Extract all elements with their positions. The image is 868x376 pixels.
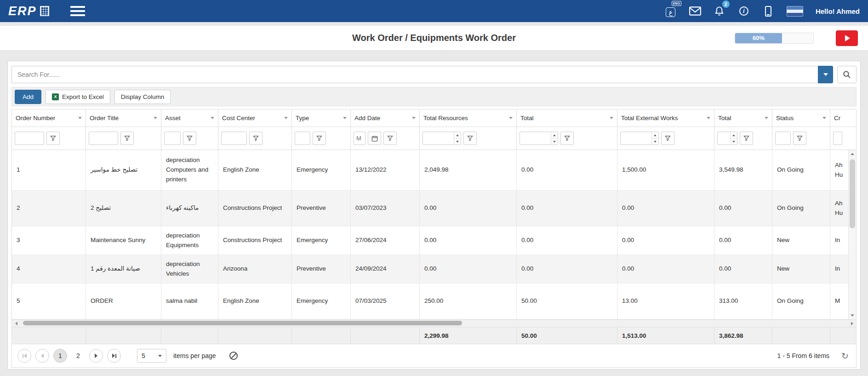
search-options-dropdown[interactable] (818, 66, 833, 83)
next-page-button[interactable] (89, 349, 103, 363)
messages-icon[interactable] (689, 4, 701, 18)
filter-button[interactable] (313, 132, 326, 145)
play-button[interactable] (836, 30, 858, 46)
app-logo[interactable]: ERP (8, 4, 49, 18)
add-button[interactable]: Add (15, 90, 41, 104)
col-header-created[interactable]: Cr (830, 110, 856, 127)
filter-total-external-works-input[interactable] (621, 132, 651, 145)
spin-down-icon[interactable] (731, 139, 737, 145)
col-header-cost-center[interactable]: Cost Center (218, 110, 292, 127)
user-greeting[interactable]: Hello! Ahmed (816, 7, 860, 15)
column-menu-icon[interactable] (707, 117, 710, 119)
export-excel-button[interactable]: X Export to Excel (46, 90, 110, 104)
display-column-button[interactable]: Display Column (114, 90, 171, 104)
filter-total-2-input[interactable] (718, 132, 730, 145)
summary-total-2: 3,862.98 (714, 327, 772, 344)
column-menu-icon[interactable] (822, 117, 826, 119)
search-input[interactable] (11, 66, 818, 83)
refresh-icon[interactable]: ↻ (841, 351, 849, 361)
language-switcher-icon[interactable]: ENG ع (665, 4, 677, 18)
column-menu-icon[interactable] (610, 117, 613, 119)
col-header-type[interactable]: Type (292, 110, 351, 127)
filter-status-input[interactable] (775, 132, 791, 145)
column-menu-icon[interactable] (412, 117, 416, 119)
spin-up-icon[interactable] (551, 132, 558, 139)
search-button[interactable] (837, 66, 857, 83)
page-size-select[interactable]: 5 (137, 349, 166, 363)
col-header-add-date[interactable]: Add Date (351, 110, 420, 127)
scroll-down-icon[interactable] (849, 312, 856, 319)
scroll-left-icon[interactable] (12, 320, 20, 327)
filter-total-resources-input[interactable] (423, 132, 454, 145)
filter-total-input[interactable] (520, 132, 551, 145)
column-menu-icon[interactable] (284, 117, 288, 119)
col-header-total-2[interactable]: Total (714, 110, 772, 127)
filter-order-number-input[interactable] (15, 132, 44, 145)
col-header-total-external-works[interactable]: Total External Works (617, 110, 714, 127)
col-header-status[interactable]: Status (772, 110, 830, 127)
col-header-total-resources[interactable]: Total Resources (420, 110, 517, 127)
column-menu-icon[interactable] (509, 117, 513, 119)
column-menu-icon[interactable] (343, 117, 347, 119)
first-page-button[interactable] (17, 349, 31, 363)
page-2-button[interactable]: 2 (71, 349, 85, 363)
spin-down-icon[interactable] (454, 139, 461, 145)
filter-button[interactable] (463, 132, 477, 145)
info-icon[interactable]: i (738, 4, 750, 18)
scroll-right-icon[interactable] (848, 320, 856, 327)
filter-button[interactable] (249, 132, 263, 145)
column-menu-icon[interactable] (211, 117, 214, 119)
filter-button[interactable] (383, 132, 397, 145)
spin-up-icon[interactable] (454, 132, 461, 139)
horizontal-scroll-thumb[interactable] (23, 321, 462, 325)
cell: English Zone (218, 283, 292, 319)
col-header-order-number[interactable]: Order Number (12, 110, 86, 127)
spin-down-icon[interactable] (551, 139, 558, 145)
column-menu-icon[interactable] (765, 117, 768, 119)
filter-asset-input[interactable] (164, 132, 181, 145)
filter-button[interactable] (183, 132, 196, 145)
filter-button[interactable] (46, 132, 60, 145)
col-header-asset[interactable]: Asset (161, 110, 218, 127)
mobile-phone-icon[interactable] (762, 4, 774, 18)
menu-toggle-icon[interactable] (70, 6, 85, 16)
filter-add-date-input[interactable] (354, 132, 365, 145)
filter-button[interactable] (661, 132, 674, 145)
spinner (651, 132, 658, 145)
seek-last-icon (112, 353, 115, 358)
scroll-up-icon[interactable] (849, 150, 856, 158)
last-page-button[interactable] (107, 349, 121, 363)
filter-order-title-input[interactable] (89, 132, 118, 145)
table-row[interactable]: 4 صيانة المعدة رقم 1 depreciation Vehicl… (12, 255, 856, 283)
spin-up-icon[interactable] (652, 132, 658, 139)
table-row[interactable]: 2 تصليح 2 ماكينه كهرباء Constructions Pr… (12, 191, 856, 226)
chevron-down-icon (158, 355, 162, 357)
cancel-changes-button[interactable] (227, 349, 240, 362)
table-row[interactable]: 1 تصليح خط مواسير depreciation Computers… (12, 150, 856, 191)
table-row[interactable]: 5 ORDER salma nabil English Zone Emergen… (12, 283, 856, 319)
vertical-scrollbar[interactable] (848, 150, 856, 319)
col-header-total[interactable]: Total (517, 110, 617, 127)
cell: On Going (772, 191, 830, 226)
filter-button[interactable] (793, 132, 806, 145)
table-row[interactable]: 3 Maintenance Sunny depreciation Equipme… (12, 226, 856, 255)
spin-up-icon[interactable] (731, 132, 737, 139)
date-picker-button[interactable] (368, 132, 381, 145)
col-header-order-title[interactable]: Order Title (86, 110, 161, 127)
filter-created-input[interactable] (833, 132, 842, 145)
vertical-scroll-thumb[interactable] (850, 159, 855, 228)
filter-button[interactable] (560, 132, 574, 145)
page-1-button[interactable]: 1 (53, 349, 67, 363)
flag-avatar[interactable] (787, 6, 803, 17)
filter-button[interactable] (120, 132, 134, 145)
filter-type-input[interactable] (295, 132, 310, 145)
cell: New (772, 226, 830, 255)
column-menu-icon[interactable] (154, 117, 157, 119)
prev-page-button[interactable] (35, 349, 49, 363)
notifications-bell-icon[interactable]: 2 (714, 4, 725, 18)
horizontal-scrollbar[interactable] (12, 319, 856, 327)
spin-down-icon[interactable] (652, 139, 658, 145)
filter-button[interactable] (740, 132, 753, 145)
filter-cost-center-input[interactable] (221, 132, 247, 145)
column-menu-icon[interactable] (78, 117, 82, 119)
